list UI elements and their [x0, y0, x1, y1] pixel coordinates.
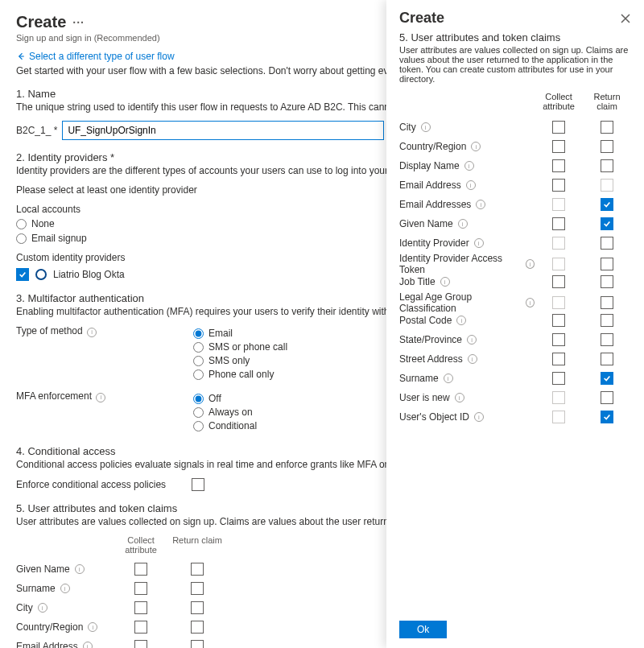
- checkbox[interactable]: [601, 296, 613, 309]
- checkbox[interactable]: [552, 353, 565, 365]
- info-icon[interactable]: i: [464, 161, 474, 171]
- checkbox[interactable]: [552, 314, 565, 327]
- info-icon[interactable]: i: [96, 393, 105, 402]
- checkbox[interactable]: [601, 411, 613, 423]
- info-icon[interactable]: i: [466, 180, 476, 190]
- info-icon[interactable]: i: [474, 412, 484, 422]
- info-icon[interactable]: i: [467, 335, 477, 345]
- checkbox[interactable]: [601, 121, 613, 134]
- okta-icon: [35, 269, 47, 280]
- idp-email-input[interactable]: [16, 233, 27, 244]
- checkbox[interactable]: [552, 140, 565, 153]
- back-link[interactable]: Select a different type of user flow: [16, 51, 175, 62]
- panel-attr-row: Country/Regioni: [399, 137, 631, 156]
- checkbox[interactable]: [601, 140, 613, 153]
- checkbox[interactable]: [601, 159, 613, 172]
- checkbox[interactable]: [601, 314, 613, 327]
- checkbox[interactable]: [191, 640, 204, 648]
- panel-attr-row: Identity Provider Access Tokeni: [399, 253, 631, 272]
- arrow-left-icon: [16, 52, 26, 61]
- panel-attr-row: Legal Age Group Classificationi: [399, 291, 631, 311]
- checkbox[interactable]: [601, 258, 613, 270]
- panel-attr-row: Street Addressi: [399, 349, 631, 369]
- mfa-method-sms-only[interactable]: SMS only: [193, 355, 287, 366]
- mfa-enf-off[interactable]: Off: [193, 393, 257, 404]
- info-icon[interactable]: i: [440, 277, 450, 287]
- panel-attr-row: Given Namei: [399, 214, 631, 233]
- checkbox[interactable]: [134, 563, 147, 576]
- checkbox[interactable]: [601, 391, 613, 404]
- checkbox[interactable]: [191, 601, 204, 614]
- conditional-enforce-checkbox[interactable]: [192, 478, 204, 491]
- attr-label: Surnamei: [16, 583, 113, 594]
- info-icon[interactable]: i: [38, 603, 47, 613]
- panel-attr-label: Identity Provider Access Tokeni: [399, 253, 535, 275]
- idp-okta-checkbox[interactable]: [16, 268, 29, 281]
- checkbox: [552, 198, 565, 211]
- info-icon[interactable]: i: [526, 259, 535, 269]
- info-icon[interactable]: i: [474, 238, 484, 248]
- checkbox[interactable]: [601, 237, 613, 250]
- checkbox[interactable]: [552, 121, 565, 134]
- mfa-method-sms-phone[interactable]: SMS or phone call: [193, 341, 287, 353]
- checkbox[interactable]: [552, 159, 565, 172]
- mfa-method-label: Type of method: [16, 325, 83, 336]
- checkbox[interactable]: [552, 275, 565, 288]
- checkbox[interactable]: [601, 217, 613, 230]
- panel-attr-row: User is newi: [399, 388, 631, 407]
- checkbox[interactable]: [134, 621, 147, 634]
- checkbox[interactable]: [552, 333, 565, 346]
- name-input[interactable]: [62, 121, 384, 140]
- attr-label: Cityi: [16, 602, 113, 613]
- info-icon[interactable]: i: [455, 393, 464, 402]
- info-icon[interactable]: i: [88, 622, 97, 632]
- info-icon[interactable]: i: [471, 142, 481, 151]
- checkbox[interactable]: [134, 582, 147, 595]
- panel-col-collect: Collect attribute: [535, 92, 583, 111]
- checkbox[interactable]: [552, 372, 565, 385]
- info-icon[interactable]: i: [526, 298, 535, 307]
- checkbox[interactable]: [601, 353, 613, 365]
- checkbox[interactable]: [191, 582, 204, 595]
- mfa-enf-conditional[interactable]: Conditional: [193, 420, 257, 431]
- info-icon[interactable]: i: [87, 328, 97, 337]
- info-icon[interactable]: i: [468, 354, 477, 364]
- panel-attr-label: Cityi: [399, 122, 535, 133]
- ok-button[interactable]: Ok: [399, 621, 447, 638]
- panel-attr-row: Email Addressi: [399, 175, 631, 195]
- panel-attr-row: State/Provincei: [399, 330, 631, 349]
- idp-none-input[interactable]: [16, 219, 27, 229]
- checkbox[interactable]: [134, 601, 147, 614]
- checkbox[interactable]: [601, 372, 613, 385]
- panel-attr-row: Email Addressesi: [399, 195, 631, 214]
- attr-label: Given Namei: [16, 563, 113, 575]
- checkbox[interactable]: [191, 621, 204, 634]
- checkbox[interactable]: [191, 563, 204, 576]
- mfa-enf-always[interactable]: Always on: [193, 407, 257, 418]
- mfa-method-phone-only[interactable]: Phone call only: [193, 369, 287, 380]
- checkbox: [552, 258, 565, 270]
- checkbox: [552, 237, 565, 250]
- checkbox[interactable]: [552, 217, 565, 230]
- info-icon[interactable]: i: [60, 584, 70, 593]
- info-icon[interactable]: i: [444, 374, 453, 383]
- checkbox[interactable]: [601, 275, 613, 288]
- info-icon[interactable]: i: [83, 642, 93, 648]
- info-icon[interactable]: i: [75, 564, 85, 574]
- panel-title: Create: [399, 10, 444, 27]
- checkbox[interactable]: [134, 640, 147, 648]
- panel-attr-label: Email Addressesi: [399, 199, 535, 210]
- info-icon[interactable]: i: [421, 122, 431, 132]
- more-icon[interactable]: ···: [72, 16, 85, 29]
- checkbox[interactable]: [601, 333, 613, 346]
- panel-attr-label: User's Object IDi: [399, 411, 535, 423]
- close-icon[interactable]: [620, 13, 631, 24]
- page-title: Create: [16, 13, 66, 31]
- info-icon[interactable]: i: [458, 219, 468, 229]
- checkbox[interactable]: [552, 179, 565, 192]
- mfa-method-email[interactable]: Email: [193, 328, 287, 339]
- checkbox[interactable]: [601, 198, 613, 211]
- info-icon[interactable]: i: [456, 316, 466, 325]
- info-icon[interactable]: i: [476, 200, 485, 209]
- panel-attr-row: User's Object IDi: [399, 407, 631, 427]
